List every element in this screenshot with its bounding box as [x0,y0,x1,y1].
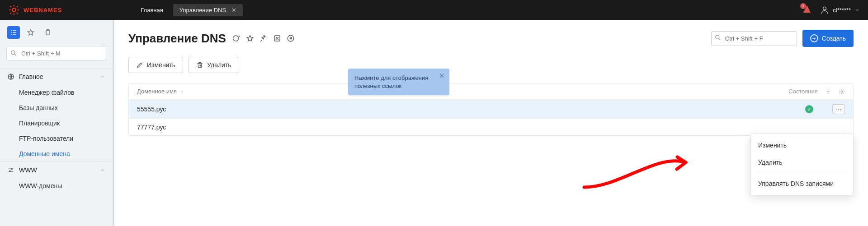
plus-icon: + [810,34,818,42]
help-tooltip: ✕ Нажмите для отображения полезных ссыло… [348,69,449,95]
page-title: Управление DNS [128,32,226,46]
sidebar-search [6,46,106,61]
row-name: 55555.рус [137,106,805,113]
sidebar-item-scheduler[interactable]: Планировщик [0,115,113,131]
sliders-icon [7,166,14,174]
page-header-icons [232,34,295,42]
star-icon[interactable] [246,34,254,42]
table-row[interactable]: 77777.рус [129,119,853,135]
sidebar-star-button[interactable] [24,26,37,39]
globe-plus-icon[interactable] [232,34,241,42]
svg-point-6 [11,168,13,170]
user-icon [820,5,829,14]
svg-point-1 [823,7,826,10]
row-name: 77777.рус [137,124,845,131]
section-main-items: Менеджер файлов Базы данных Планировщик … [0,85,113,161]
ctx-edit[interactable]: Изменить [751,137,853,154]
nav-tab-label: Управление DNS [179,7,226,14]
gear-icon[interactable] [839,88,845,95]
brand-text: WEBNAMES [24,7,62,14]
sidebar-item-databases[interactable]: Базы данных [0,100,113,115]
pin-icon[interactable] [259,34,268,42]
page-header-right: + Создать [711,30,854,47]
pencil-icon [136,61,143,69]
divider [756,173,848,173]
table-row[interactable]: 55555.рус ✓ ··· [129,100,853,119]
close-icon[interactable]: ✕ [439,71,445,80]
nav-home[interactable]: Главная [134,4,169,16]
col-name-label: Доменное имя [137,88,177,95]
svg-point-4 [11,51,15,54]
row-actions-menu[interactable]: ··· [832,104,845,114]
close-icon[interactable]: ✕ [231,7,236,14]
ctx-delete[interactable]: Удалить [751,154,853,171]
filter-icon[interactable] [825,88,831,95]
toolbar: Изменить Удалить [128,57,854,73]
star-icon [27,29,34,36]
cross-globe-icon[interactable] [273,34,281,42]
svg-point-12 [841,91,843,92]
search-icon [715,35,721,42]
create-button[interactable]: + Создать [802,30,854,47]
chevron-down-icon [179,89,184,94]
svg-point-8 [233,36,238,41]
section-main-header[interactable]: Главное [0,68,113,85]
edit-button[interactable]: Изменить [128,57,183,73]
delete-button[interactable]: Удалить [189,57,239,73]
main-area: Управление DNS + Создать [114,20,868,226]
page-search [711,31,797,46]
compass-icon[interactable] [287,34,295,42]
sidebar-top-buttons [0,20,113,43]
col-header-name[interactable]: Доменное имя [137,88,788,95]
globe-icon [7,73,14,80]
col-header-right: Состояние [788,88,845,95]
edit-label: Изменить [147,61,175,69]
col-status-label: Состояние [788,88,818,95]
tooltip-text: Нажмите для отображения полезных ссылок [354,74,428,89]
annotation-arrow-icon [580,144,697,194]
username: cl****** [833,7,851,14]
create-label: Создать [822,35,846,42]
trash-icon [196,61,203,69]
ctx-manage-dns[interactable]: Управлять DNS записями [751,175,853,192]
nav-tab-dns[interactable]: Управление DNS ✕ [173,4,243,16]
chevron-down-icon [854,7,860,13]
sidebar: Главное Менеджер файлов Базы данных План… [0,20,114,226]
topbar: WEBNAMES Главная Управление DNS ✕ 1 cl**… [0,0,868,20]
row-context-menu: Изменить Удалить Управлять DNS записями [750,134,854,195]
section-main-label: Главное [19,73,100,80]
sidebar-item-www-domains[interactable]: WWW-домены [0,178,113,194]
search-icon [10,50,17,57]
notifications-button[interactable]: 1 [802,5,812,16]
sidebar-item-ftp[interactable]: FTP-пользователи [0,131,113,146]
section-www-items: WWW-домены [0,178,113,194]
section-www-label: WWW [19,166,100,174]
sidebar-search-input[interactable] [6,46,106,61]
svg-point-10 [288,35,294,42]
topbar-right: 1 cl****** [802,5,860,16]
table-header: Доменное имя Состояние [129,83,853,100]
page-header: Управление DNS + Создать [128,30,854,47]
domain-table: Доменное имя Состояние 55555.рус ✓ ··· 7… [128,83,854,136]
gear-sun-icon [8,4,20,16]
notification-count: 1 [800,3,806,9]
svg-point-11 [716,35,719,39]
sidebar-menu-button[interactable] [7,26,20,39]
status-ok-icon: ✓ [805,105,813,113]
user-menu[interactable]: cl****** [820,5,860,14]
list-icon [10,29,17,36]
top-nav: Главная Управление DNS ✕ [134,4,242,16]
sidebar-clipboard-button[interactable] [42,26,54,39]
brand-logo[interactable]: WEBNAMES [8,4,62,16]
chevron-up-icon [100,167,105,173]
sidebar-item-files[interactable]: Менеджер файлов [0,85,113,100]
sidebar-item-domains[interactable]: Доменные имена [0,146,113,161]
svg-point-7 [9,171,11,172]
clipboard-icon [44,29,52,36]
delete-label: Удалить [207,61,231,69]
page-search-input[interactable] [711,31,797,46]
svg-point-0 [12,8,16,12]
chevron-up-icon [100,74,105,79]
section-www-header[interactable]: WWW [0,161,113,178]
shell: Главное Менеджер файлов Базы данных План… [0,20,868,226]
